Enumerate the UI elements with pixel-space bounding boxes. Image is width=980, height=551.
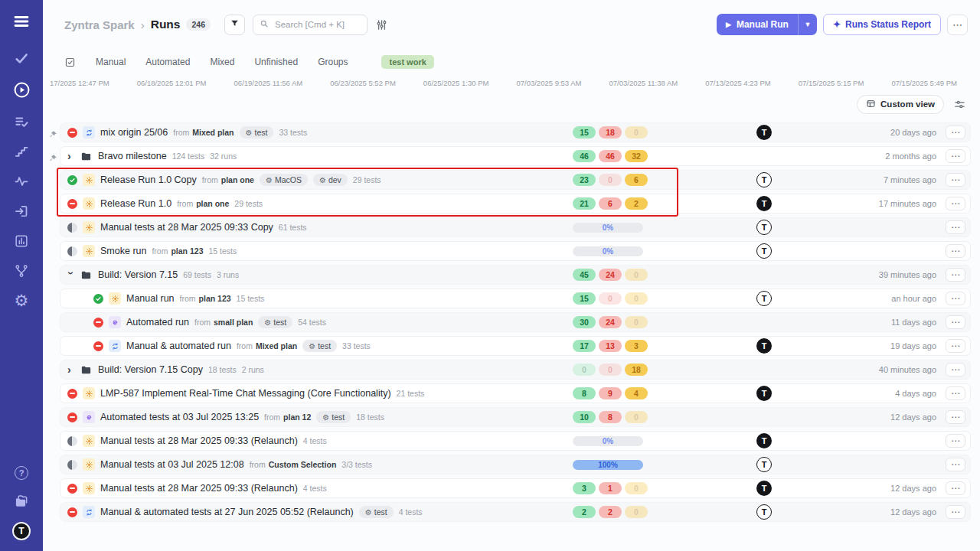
run-updated-time: 12 days ago [825, 484, 946, 493]
folders-icon[interactable] [14, 494, 29, 509]
manual-run-dropdown[interactable]: ▼ [798, 14, 817, 35]
tag-badge[interactable]: ⚙test [258, 316, 292, 328]
help-icon[interactable]: ? [14, 465, 29, 481]
run-row[interactable]: Manual tests at 28 Mar 2025 09:33 Copy61… [60, 217, 971, 237]
row-menu-button[interactable]: ⋯ [946, 505, 965, 519]
row-menu-button[interactable]: ⋯ [946, 197, 965, 210]
run-updated-time: 11 days ago [825, 318, 946, 327]
row-menu-button[interactable]: ⋯ [946, 220, 965, 234]
red-count-pill: 0 [599, 174, 622, 186]
chevron-down-icon[interactable]: › [67, 272, 77, 279]
tag-badge[interactable]: ⚙test [240, 126, 274, 139]
tab-automated[interactable]: Automated [145, 57, 190, 67]
pin-icon[interactable] [48, 152, 57, 161]
row-menu-button[interactable]: ⋯ [946, 363, 965, 377]
run-row[interactable]: Release Run 1.0fromplan one29 tests2162T… [60, 194, 971, 214]
user-avatar[interactable]: T [12, 522, 31, 540]
tag-badge[interactable]: ⚙MacOS [260, 174, 308, 186]
run-row[interactable]: Manual runfromplan 12315 tests1500Tan ho… [60, 289, 971, 308]
play-circle-icon[interactable] [12, 80, 31, 99]
source-plan-name[interactable]: Mixed plan [192, 128, 234, 137]
menu-icon[interactable] [12, 12, 31, 31]
row-menu-button[interactable]: ⋯ [946, 481, 965, 495]
row-menu-button[interactable]: ⋯ [946, 434, 965, 448]
tag-badge[interactable]: ⚙test [359, 506, 394, 518]
breadcrumb-project[interactable]: Zyntra Spark [64, 18, 135, 31]
run-row[interactable]: LMP-587 Implement Real-Time Chat Messagi… [60, 383, 971, 403]
tab-mixed[interactable]: Mixed [210, 57, 234, 67]
list-check-icon[interactable] [14, 114, 29, 129]
row-menu-button[interactable]: ⋯ [946, 292, 965, 305]
run-row[interactable]: Manual & automated tests at 27 Jun 2025 … [60, 502, 971, 522]
run-row[interactable]: Smoke runfromplan 12315 tests0%T⋯ [60, 241, 971, 261]
gear-icon: ⚙ [246, 129, 253, 137]
filter-funnel-button[interactable] [224, 15, 245, 35]
runs-status-report-button[interactable]: ✦ Runs Status Report [823, 14, 941, 35]
run-row[interactable]: Automated runfromsmall plan⚙test54 tests… [60, 312, 971, 332]
bar-chart-icon[interactable] [14, 233, 29, 249]
row-menu-button[interactable]: ⋯ [946, 149, 965, 163]
tag-badge[interactable]: ⚙test [316, 411, 351, 423]
row-menu-button[interactable]: ⋯ [946, 126, 965, 139]
run-row[interactable]: Manual tests at 28 Mar 2025 09:33 (Relau… [60, 478, 971, 498]
timeline-date: 06/23/2025 5:52 PM [330, 79, 396, 87]
failed-status-icon [67, 128, 77, 138]
source-plan-name[interactable]: small plan [214, 318, 253, 327]
sliders-vertical-icon[interactable] [375, 18, 388, 31]
run-row[interactable]: mix origin 25/06fromMixed plan⚙test33 te… [60, 122, 971, 142]
row-menu-button[interactable]: ⋯ [946, 458, 965, 471]
run-row[interactable]: ›Bravo milestone124 tests32 runs4646322 … [60, 146, 971, 166]
filter-tag-test-work[interactable]: test work [381, 55, 433, 69]
activity-icon[interactable] [14, 174, 29, 189]
red-count-pill: 13 [599, 340, 622, 352]
row-menu-button[interactable]: ⋯ [946, 339, 965, 353]
manual-run-button[interactable]: ▶ Manual Run ▼ [717, 14, 817, 35]
run-row[interactable]: Automated tests at 03 Jul 2025 13:25from… [60, 407, 971, 427]
source-plan-name[interactable]: Custom Selection [269, 460, 337, 469]
row-menu-button[interactable]: ⋯ [946, 173, 965, 187]
chevron-right-icon[interactable]: › [67, 364, 74, 375]
run-row[interactable]: Manual tests at 28 Mar 2025 09:33 (Relau… [60, 431, 971, 451]
run-row[interactable]: Manual tests at 03 Jul 2025 12:08fromCus… [60, 455, 971, 474]
run-row-main: Manual & automated tests at 27 Jun 2025 … [67, 506, 573, 518]
tag-badge[interactable]: ⚙dev [313, 174, 348, 186]
header-more-button[interactable]: ⋯ [947, 15, 968, 35]
run-row-main: Manual & automated runfromMixed plan⚙tes… [67, 340, 573, 352]
row-menu-button[interactable]: ⋯ [946, 244, 965, 258]
run-row[interactable]: ›Build: Version 7.15 Copy18 tests2 runs0… [60, 360, 971, 380]
run-source: fromMixed plan [237, 341, 297, 350]
row-menu-button[interactable]: ⋯ [946, 386, 965, 400]
source-plan-name[interactable]: plan 123 [171, 246, 203, 256]
run-row[interactable]: Release Run 1.0 Copyfromplan one⚙MacOS⚙d… [60, 170, 971, 190]
all-runs-board-icon[interactable] [64, 57, 76, 68]
steps-icon[interactable] [14, 144, 29, 159]
tag-badge[interactable]: ⚙test [302, 340, 337, 352]
row-menu-button[interactable]: ⋯ [946, 315, 965, 329]
row-menu-button[interactable]: ⋯ [946, 268, 965, 282]
tab-groups[interactable]: Groups [318, 57, 348, 67]
check-icon[interactable] [14, 51, 29, 66]
tab-manual[interactable]: Manual [96, 57, 126, 67]
run-row[interactable]: Manual & automated runfromMixed plan⚙tes… [60, 336, 971, 356]
run-row[interactable]: ›Build: Version 7.1569 tests3 runs452403… [60, 265, 971, 285]
source-plan-name[interactable]: plan 123 [199, 294, 231, 303]
source-plan-name[interactable]: plan 12 [283, 412, 311, 422]
source-plan-name[interactable]: Mixed plan [256, 341, 297, 350]
run-row-main: ›Bravo milestone124 tests32 runs [67, 150, 573, 162]
source-plan-name[interactable]: plan one [196, 199, 229, 208]
branch-icon[interactable] [14, 263, 29, 279]
search-input[interactable] [273, 19, 361, 30]
gear-icon[interactable]: ⚙ [14, 293, 29, 308]
manual-run-icon [83, 458, 95, 471]
run-results: 894 [573, 387, 703, 399]
run-row-main: ›Build: Version 7.1569 tests3 runs [67, 269, 573, 281]
tab-unfinished[interactable]: Unfinished [254, 57, 298, 67]
sign-in-icon[interactable] [14, 204, 29, 219]
custom-view-button[interactable]: Custom view [857, 95, 944, 114]
pin-icon[interactable] [48, 129, 57, 138]
source-plan-name[interactable]: plan one [221, 175, 254, 184]
chevron-right-icon[interactable]: › [67, 151, 74, 161]
sliders-horizontal-icon[interactable] [953, 98, 966, 111]
row-menu-button[interactable]: ⋯ [946, 410, 965, 424]
green-count-pill: 17 [573, 340, 596, 352]
